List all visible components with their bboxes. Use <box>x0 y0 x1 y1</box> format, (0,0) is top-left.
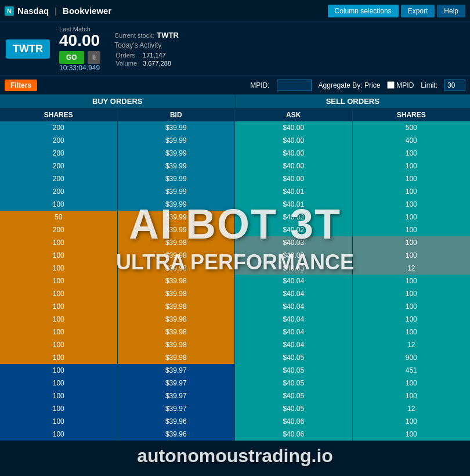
buy-shares-cell: 100 <box>0 351 118 364</box>
bid-cell: $39.98 <box>118 275 236 287</box>
table-row: 100 $39.97 $40.05 451 <box>0 364 470 377</box>
bid-cell: $39.99 <box>118 172 236 185</box>
table-row: 200 $39.99 $40.00 100 <box>0 160 470 172</box>
buy-shares-cell: 100 <box>0 249 118 262</box>
sell-shares-cell: 100 <box>353 147 471 160</box>
sell-shares-cell: 451 <box>353 364 471 377</box>
buy-shares-cell: 100 <box>0 262 118 275</box>
bid-cell: $39.99 <box>118 160 236 172</box>
column-headers: BUY ORDERS SELL ORDERS <box>0 95 470 109</box>
table-row: 100 $39.99 $40.01 100 <box>0 198 470 211</box>
sell-shares-cell: 100 <box>353 377 471 390</box>
sell-shares-cell: 100 <box>353 211 471 223</box>
buy-shares-cell: 100 <box>0 300 118 313</box>
bid-cell: $39.99 <box>118 121 236 134</box>
bid-cell: $39.98 <box>118 313 236 326</box>
timestamp: 10:33:04.949 <box>59 64 100 72</box>
table-row: 200 $39.99 $40.00 400 <box>0 134 470 147</box>
table-row: 100 $39.98 $40.04 100 <box>0 326 470 338</box>
mpid-checkbox-label[interactable]: MPID <box>387 81 414 89</box>
table-row: 200 $39.99 $40.00 100 <box>0 147 470 160</box>
table-row: 100 $39.97 $40.05 100 <box>0 377 470 390</box>
table-row: 100 $39.96 $40.06 100 <box>0 428 470 441</box>
sell-shares-cell: 100 <box>353 275 471 287</box>
buy-shares-cell: 100 <box>0 402 118 415</box>
bid-cell: $39.98 <box>118 326 236 338</box>
table-row: 100 $39.98 $40.04 100 <box>0 313 470 326</box>
filters-button[interactable]: Filters <box>5 80 37 91</box>
ask-cell: $40.00 <box>235 121 353 134</box>
table-row: 100 $39.98 $40.03 12 <box>0 262 470 275</box>
sell-shares-cell: 100 <box>353 415 471 428</box>
buy-shares-cell: 100 <box>0 428 118 441</box>
sell-shares-cell: 500 <box>353 121 471 134</box>
limit-input[interactable] <box>444 80 465 91</box>
sell-shares-cell: 100 <box>353 160 471 172</box>
table-row: 100 $39.98 $40.03 100 <box>0 236 470 249</box>
ask-cell: $40.06 <box>235 415 353 428</box>
ask-cell: $40.00 <box>235 147 353 160</box>
bid-cell: $39.98 <box>118 236 236 249</box>
order-book-table: 200 $39.99 $40.00 500 200 $39.99 $40.00 … <box>0 121 470 441</box>
ask-cell: $40.05 <box>235 377 353 390</box>
nav-buttons: Column selections Export Help <box>328 5 465 17</box>
bid-cell: $39.99 <box>118 134 236 147</box>
buy-shares-cell: 200 <box>0 134 118 147</box>
orders-value: 171,147 <box>143 52 176 59</box>
ask-cell: $40.03 <box>235 249 353 262</box>
column-selections-button[interactable]: Column selections <box>328 5 399 17</box>
bid-cell: $39.96 <box>118 428 236 441</box>
buy-shares-cell: 200 <box>0 160 118 172</box>
bid-cell: $39.98 <box>118 338 236 351</box>
last-match-value: 40.00 <box>59 33 100 49</box>
pause-button[interactable]: II <box>88 51 101 64</box>
bid-cell: $39.99 <box>118 147 236 160</box>
bid-cell: $39.99 <box>118 211 236 223</box>
buy-shares-cell: 100 <box>0 377 118 390</box>
ask-cell: $40.01 <box>235 198 353 211</box>
ask-cell: $40.02 <box>235 223 353 236</box>
table-row: 100 $39.98 $40.04 12 <box>0 338 470 351</box>
shares-header: Shares <box>0 109 118 121</box>
mpid-checkbox[interactable] <box>387 81 395 89</box>
sell-shares-cell: 100 <box>353 185 471 198</box>
bid-cell: $39.99 <box>118 185 236 198</box>
mpid-label: MPID: <box>250 81 269 89</box>
sell-shares-cell: 100 <box>353 428 471 441</box>
ask-cell: $40.00 <box>235 160 353 172</box>
ask-cell: $40.00 <box>235 172 353 185</box>
bid-cell: $39.97 <box>118 390 236 402</box>
buy-shares-cell: 200 <box>0 147 118 160</box>
buy-shares-cell: 100 <box>0 313 118 326</box>
bid-cell: $39.97 <box>118 402 236 415</box>
watermark-url: autonomoustrading.io <box>0 445 470 467</box>
bid-cell: $39.98 <box>118 287 236 300</box>
ask-cell: $40.04 <box>235 326 353 338</box>
table-row: 50 $39.99 $40.02 100 <box>0 211 470 223</box>
help-button[interactable]: Help <box>437 5 465 17</box>
buy-shares-cell: 100 <box>0 338 118 351</box>
current-stock-label: Current stock: <box>114 32 154 39</box>
table-row: 200 $39.99 $40.00 100 <box>0 172 470 185</box>
go-button[interactable]: GO <box>59 51 84 64</box>
buy-orders-header: BUY ORDERS <box>0 95 235 108</box>
ask-cell: $40.05 <box>235 390 353 402</box>
ask-cell: $40.01 <box>235 185 353 198</box>
table-row: 100 $39.98 $40.04 100 <box>0 300 470 313</box>
sell-shares-cell: 12 <box>353 262 471 275</box>
table-row: 200 $39.99 $40.01 100 <box>0 185 470 198</box>
ask-cell: $40.03 <box>235 236 353 249</box>
buy-shares-cell: 100 <box>0 364 118 377</box>
export-button[interactable]: Export <box>401 5 435 17</box>
buy-shares-cell: 100 <box>0 236 118 249</box>
table-row: 100 $39.98 $40.05 900 <box>0 351 470 364</box>
mpid-input[interactable] <box>277 80 312 91</box>
sub-headers: Shares BID ASK Shares <box>0 109 470 121</box>
table-row: 100 $39.96 $40.06 100 <box>0 415 470 428</box>
ask-cell: $40.00 <box>235 134 353 147</box>
ticker-symbol: TWTR <box>6 39 50 59</box>
ask-cell: $40.04 <box>235 300 353 313</box>
table-row: 100 $39.98 $40.04 100 <box>0 287 470 300</box>
bid-cell: $39.99 <box>118 198 236 211</box>
ask-cell: $40.02 <box>235 211 353 223</box>
